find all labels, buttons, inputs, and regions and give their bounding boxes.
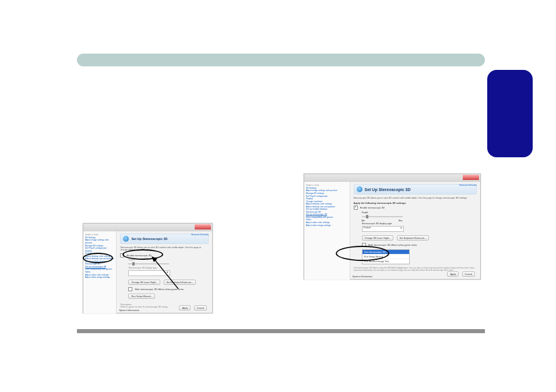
system-info-link[interactable]: System Information xyxy=(119,309,139,312)
task-sidebar: Select a Task 3D Settings Adjust image s… xyxy=(304,182,350,280)
task-sidebar: Select a Task 3D Settings Adjust image s… xyxy=(83,231,117,313)
hide-effects-row[interactable]: Hide stereoscopic 3D effects when game s… xyxy=(128,287,209,291)
page-title: Set Up Stereoscopic 3D xyxy=(131,237,167,241)
depth-label: Depth: xyxy=(128,259,209,261)
depth-slider[interactable] xyxy=(362,216,403,217)
checkbox-icon[interactable] xyxy=(362,243,366,247)
page-footer-rule xyxy=(77,329,485,333)
restore-defaults-link[interactable]: Restore Defaults xyxy=(459,183,477,186)
cancel-button[interactable]: Cancel xyxy=(462,271,475,277)
keyboard-shortcuts-button[interactable]: Set Keyboard Shortcuts... xyxy=(164,280,196,285)
page-banner: Set Up Stereoscopic 3D Restore Defaults xyxy=(354,184,477,195)
display-type-label: Stereoscopic 3D display type: xyxy=(128,267,209,269)
depth-slider[interactable] xyxy=(128,263,169,264)
checkbox-icon[interactable] xyxy=(128,287,132,291)
apply-settings-label: Apply the following stereoscopic 3D sett… xyxy=(354,202,477,204)
page-header-bar xyxy=(77,54,485,66)
test-dropdown-list[interactable]: Test stereoscopic 3D... Run Setup Wizard… xyxy=(362,249,410,264)
enable-3d-label: Enable stereoscopic 3D xyxy=(360,206,385,209)
enable-3d-row[interactable]: Enable stereoscopic 3D xyxy=(120,253,209,257)
apply-button[interactable]: Apply xyxy=(179,305,191,310)
checkbox-icon[interactable] xyxy=(120,253,124,257)
restore-defaults-link[interactable]: Restore Defaults xyxy=(191,233,209,236)
hide-effects-label: Hide stereoscopic 3D effects when game s… xyxy=(135,288,184,291)
enable-3d-row[interactable]: Enable stereoscopic 3D xyxy=(354,206,477,210)
window-titlebar xyxy=(83,224,212,231)
apply-button[interactable]: Apply xyxy=(447,271,459,277)
change-laser-button[interactable]: Change 3D Laser Sight... xyxy=(362,235,394,241)
stereo3d-icon xyxy=(123,236,129,242)
page-title: Set Up Stereoscopic 3D xyxy=(365,188,411,192)
display-type-select[interactable] xyxy=(128,270,170,276)
page-subtitle: Stereoscopic 3D allows you to view 3D co… xyxy=(354,197,477,199)
cancel-button[interactable]: Cancel xyxy=(194,305,207,310)
page-side-badge xyxy=(487,70,533,157)
display-type-value: Default xyxy=(363,226,371,229)
hide-effects-label: Hide stereoscopic 3D effects when game s… xyxy=(368,243,417,246)
list-item[interactable]: Test stereoscopic 3D... xyxy=(363,250,409,255)
window-titlebar xyxy=(304,174,480,182)
list-item[interactable]: Run Medical Image Test xyxy=(363,259,409,264)
stereo3d-icon xyxy=(357,186,363,192)
enable-3d-label: Enable stereoscopic 3D xyxy=(127,254,152,257)
content-pane: Set Up Stereoscopic 3D Restore Defaults … xyxy=(117,231,212,313)
depth-max-label: Max xyxy=(399,220,403,222)
content-pane: Set Up Stereoscopic 3D Restore Defaults … xyxy=(350,182,480,280)
sidebar-item[interactable]: Adjust video image settings xyxy=(85,276,114,279)
nvidia-panel-screenshot-2: Select a Task 3D Settings Adjust image s… xyxy=(304,174,481,280)
keyboard-shortcuts-button[interactable]: Set Keyboard Shortcuts... xyxy=(397,235,430,241)
system-info-link[interactable]: System Information xyxy=(353,275,372,278)
sidebar-item[interactable]: Adjust video image settings xyxy=(306,224,348,227)
nvidia-panel-screenshot-1: Select a Task 3D Settings Adjust image s… xyxy=(83,223,213,313)
display-type-select[interactable]: Default xyxy=(362,226,404,232)
close-icon[interactable] xyxy=(195,224,211,229)
sidebar-item[interactable]: Adjust image settings with preview xyxy=(85,239,114,244)
run-wizard-button[interactable]: Run Setup Wizard... xyxy=(128,294,155,299)
depth-label: Depth: xyxy=(362,211,477,214)
change-laser-button[interactable]: Change 3D Laser Sight... xyxy=(128,280,160,285)
close-icon[interactable] xyxy=(463,175,479,180)
list-item[interactable]: Run Setup Wizard xyxy=(363,255,409,259)
display-type-label: Stereoscopic 3D display type: xyxy=(362,222,477,225)
page-subtitle: Stereoscopic 3D allows you to view 3D co… xyxy=(120,246,209,251)
checkbox-icon[interactable] xyxy=(354,206,358,210)
hide-effects-row[interactable]: Hide stereoscopic 3D effects when game s… xyxy=(362,243,477,247)
page-banner: Set Up Stereoscopic 3D Restore Defaults xyxy=(120,234,209,244)
